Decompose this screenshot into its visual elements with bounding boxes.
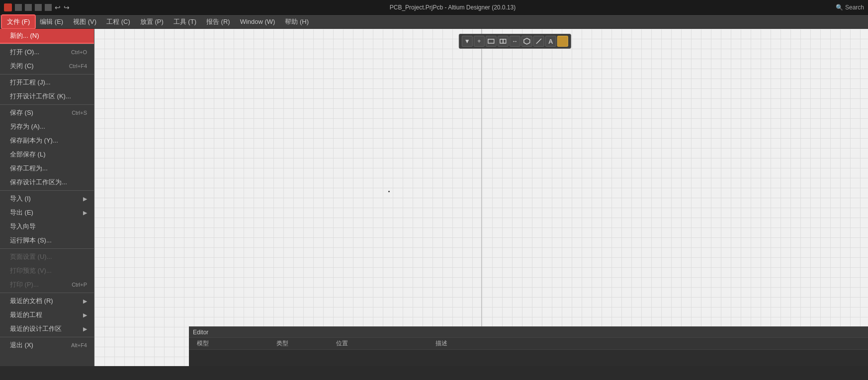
ct-filter-btn[interactable]: ▼	[462, 36, 473, 47]
file-menu-panel: 新的... (N) 打开 (O)... Ctrl+O 关闭 (C) Ctrl+F…	[0, 29, 94, 366]
fm-recentprojects[interactable]: 最近的工程 ▶	[0, 308, 94, 322]
fm-open-workspace[interactable]: 打开设计工作区 (K)...	[0, 89, 94, 103]
menu-item-place[interactable]: 放置 (P)	[135, 15, 169, 28]
svg-rect-11	[500, 39, 503, 43]
fm-importwizard[interactable]: 导入向导	[0, 220, 94, 233]
search-area: 🔍 Search	[836, 4, 864, 11]
fm-saveall[interactable]: 全部保存 (L)	[0, 148, 94, 161]
app-icon	[4, 3, 12, 11]
tb-icon4	[35, 4, 42, 11]
canvas-area[interactable]: ▼ + ↔ A Editor	[94, 29, 868, 366]
fm-printpreview: 打印预览 (V)...	[0, 264, 94, 278]
svg-rect-12	[503, 39, 506, 43]
redo-icon[interactable]: ↪	[64, 3, 70, 11]
ct-hex-btn[interactable]	[521, 36, 532, 47]
fm-recentworkspaces[interactable]: 最近的设计工作区 ▶	[0, 322, 94, 336]
fm-savecopy[interactable]: 保存副本为 (Y)...	[0, 134, 94, 148]
fm-export[interactable]: 导出 (E) ▶	[0, 206, 94, 220]
fm-new[interactable]: 新的... (N)	[0, 29, 94, 43]
menu-item-window[interactable]: Window (W)	[235, 16, 280, 27]
col-type: 类型	[272, 339, 332, 348]
fm-runscript[interactable]: 运行脚本 (S)...	[0, 233, 94, 247]
fm-exit[interactable]: 退出 (X) Alt+F4	[0, 338, 94, 352]
bottom-panel: Editor 模型 类型 位置 描述	[189, 326, 868, 366]
col-model: 模型	[193, 339, 272, 348]
fm-close[interactable]: 关闭 (C) Ctrl+F4	[0, 59, 94, 73]
search-magnifier-icon: 🔍	[836, 4, 843, 11]
tb-icon5	[45, 4, 52, 11]
menu-item-file[interactable]: 文件 (F)	[2, 15, 35, 28]
tb-icon3	[25, 4, 32, 11]
fm-sep3	[0, 104, 94, 105]
bottom-table-header: 模型 类型 位置 描述	[189, 338, 868, 350]
fm-open-project[interactable]: 打开工程 (J)...	[0, 76, 94, 89]
ct-add-btn[interactable]: +	[474, 36, 485, 47]
fm-sep2	[0, 74, 94, 75]
title-bar: ↩ ↪ PCB_Project.PrjPcb - Altium Designer…	[0, 0, 868, 15]
undo-icon[interactable]: ↩	[55, 3, 61, 11]
menu-item-reports[interactable]: 报告 (R)	[201, 15, 235, 28]
tb-icon2	[15, 4, 22, 11]
ct-move-btn[interactable]: ↔	[510, 36, 521, 47]
ct-select-btn[interactable]	[498, 36, 509, 47]
fm-sep6	[0, 293, 94, 293]
svg-line-14	[536, 39, 541, 44]
svg-rect-10	[488, 39, 494, 43]
fm-saveworkspace[interactable]: 保存设计工作区为...	[0, 175, 94, 189]
ct-text-btn[interactable]: A	[545, 36, 556, 47]
menu-item-project[interactable]: 工程 (C)	[101, 15, 135, 28]
fm-sep7	[0, 337, 94, 337]
fm-sep4	[0, 190, 94, 191]
ct-line-btn[interactable]	[533, 36, 544, 47]
search-label: Search	[845, 4, 864, 11]
fm-save[interactable]: 保存 (S) Ctrl+S	[0, 106, 94, 120]
bottom-panel-title: Editor	[193, 329, 208, 336]
title-text: PCB_Project.PrjPcb - Altium Designer (20…	[70, 4, 836, 11]
menu-item-help[interactable]: 帮助 (H)	[280, 15, 314, 28]
col-description: 描述	[432, 339, 864, 348]
fm-recentdocs[interactable]: 最近的文档 (R) ▶	[0, 294, 94, 308]
main-area: 新的... (N) 打开 (O)... Ctrl+O 关闭 (C) Ctrl+F…	[0, 29, 868, 366]
fm-sep1	[0, 44, 94, 44]
fm-import[interactable]: 导入 (I) ▶	[0, 192, 94, 206]
fm-saveas[interactable]: 另存为 (A)...	[0, 120, 94, 134]
menu-item-view[interactable]: 视图 (V)	[68, 15, 101, 28]
fm-print: 打印 (P)... Ctrl+P	[0, 278, 94, 292]
svg-rect-15	[560, 38, 566, 44]
fm-sep5	[0, 248, 94, 249]
menu-item-tools[interactable]: 工具 (T)	[169, 15, 201, 28]
fm-open[interactable]: 打开 (O)... Ctrl+O	[0, 45, 94, 59]
svg-marker-13	[524, 38, 530, 44]
bottom-panel-header: Editor	[189, 327, 868, 338]
ct-rect-btn[interactable]	[486, 36, 497, 47]
menubar: 文件 (F) 编辑 (E) 视图 (V) 工程 (C) 放置 (P) 工具 (T…	[0, 15, 868, 29]
canvas-vline	[481, 29, 482, 366]
menu-item-edit[interactable]: 编辑 (E)	[35, 15, 68, 28]
col-position: 位置	[332, 339, 432, 348]
ct-fill-btn[interactable]	[557, 36, 568, 47]
fm-pagesetup: 页面设置 (U)...	[0, 250, 94, 264]
fm-saveproject[interactable]: 保存工程为...	[0, 161, 94, 175]
title-bar-icons: ↩ ↪	[4, 3, 70, 11]
canvas-toolbar: ▼ + ↔ A	[459, 34, 571, 49]
